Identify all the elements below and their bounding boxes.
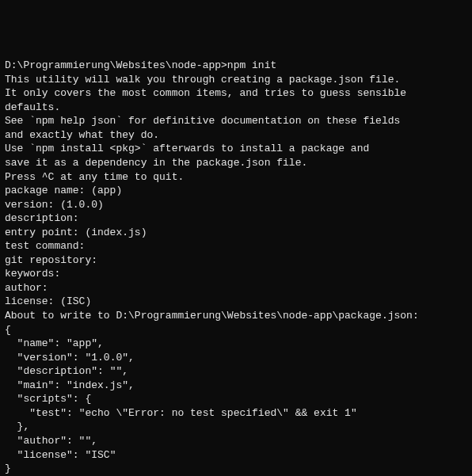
output-line: and exactly what they do. [5,128,467,143]
terminal-prompt-line[interactable]: D:\Programmierung\Websites\node-app>npm … [5,59,467,73]
prompt-description[interactable]: description: [5,211,467,226]
json-line: "license": "ISC" [5,448,467,463]
output-line: Press ^C at any time to quit. [5,170,467,185]
prompt-entry-point[interactable]: entry point: (index.js) [5,226,467,240]
json-line: "description": "", [5,364,467,379]
output-line: This utility will walk you through creat… [5,73,467,87]
json-line: { [5,323,467,337]
json-line: "version": "1.0.0", [5,351,467,365]
prompt-keywords[interactable]: keywords: [5,267,467,281]
prompt-git-repository[interactable]: git repository: [5,253,467,268]
json-line: "author": "", [5,434,467,448]
json-line: "name": "app", [5,337,467,351]
json-line: "main": "index.js", [5,379,467,393]
prompt-package-name[interactable]: package name: (app) [5,184,467,198]
output-line: save it as a dependency in the package.j… [5,156,467,170]
terminal-command: npm init [227,59,276,71]
json-line: }, [5,420,467,434]
prompt-version[interactable]: version: (1.0.0) [5,198,467,212]
prompt-license[interactable]: license: (ISC) [5,295,467,309]
json-line: "test": "echo \"Error: no test specified… [5,406,467,421]
output-line: About to write to D:\Programmierung\Webs… [5,309,467,323]
output-line: Use `npm install <pkg>` afterwards to in… [5,142,467,156]
output-line: It only covers the most common items, an… [5,86,467,114]
prompt-author[interactable]: author: [5,281,467,295]
terminal-prompt: D:\Programmierung\Websites\node-app> [5,59,227,71]
json-line: } [5,462,467,476]
json-line: "scripts": { [5,392,467,406]
output-line: See `npm help json` for definitive docum… [5,114,467,128]
prompt-test-command[interactable]: test command: [5,239,467,253]
